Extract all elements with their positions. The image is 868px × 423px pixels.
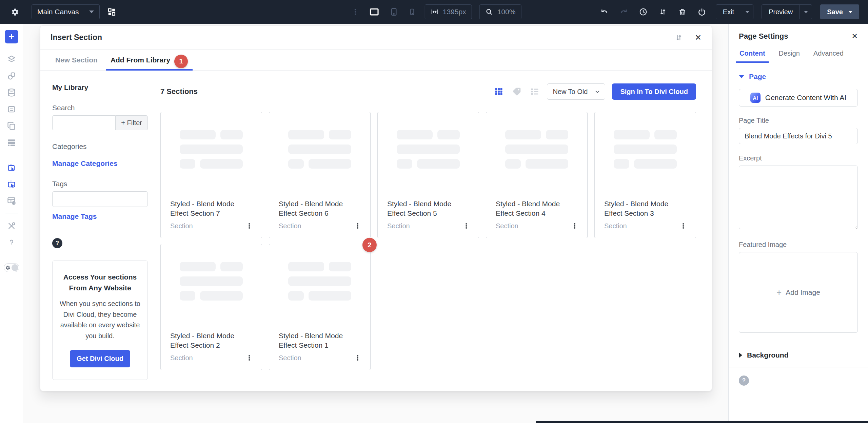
layout-grid-button[interactable] bbox=[106, 6, 117, 18]
rows-icon bbox=[7, 138, 16, 147]
desktop-icon bbox=[369, 7, 379, 17]
layout-settings-button[interactable] bbox=[3, 192, 20, 209]
preview-button[interactable]: Preview bbox=[762, 4, 812, 19]
modal-close-button[interactable]: ✕ bbox=[695, 34, 702, 42]
canvas-zoom-field[interactable]: 100% bbox=[479, 4, 521, 19]
content-rows-button[interactable] bbox=[3, 134, 20, 151]
canvas-selector-dropdown[interactable]: Main Canvas bbox=[32, 4, 100, 19]
list-view-button[interactable] bbox=[529, 86, 540, 97]
tags-input[interactable] bbox=[52, 191, 148, 207]
cursor-box-icon bbox=[7, 179, 16, 189]
tablet-view-button[interactable] bbox=[388, 6, 400, 18]
kebab-vertical-icon bbox=[679, 222, 687, 230]
tab-design[interactable]: Design bbox=[778, 50, 801, 63]
portability-button[interactable] bbox=[696, 6, 708, 18]
step-annotation-badge: 1 bbox=[174, 55, 188, 68]
sections-grid: Styled - Blend Mode Effect Section 7 Sec… bbox=[160, 112, 696, 370]
section-type-label: Section bbox=[170, 354, 193, 362]
library-help-button[interactable]: ? bbox=[52, 238, 62, 248]
page-accordion-label: Page bbox=[749, 73, 766, 81]
save-button[interactable]: Save bbox=[820, 4, 859, 19]
trash-button[interactable] bbox=[677, 6, 688, 18]
panel-close-button[interactable]: ✕ bbox=[852, 33, 858, 40]
builder-settings-gear-button[interactable] bbox=[9, 6, 21, 18]
tag-filter-button[interactable] bbox=[511, 86, 522, 97]
canvas-width-field[interactable]: 1395px bbox=[425, 4, 472, 19]
exit-button[interactable]: Exit bbox=[716, 4, 753, 19]
section-menu-button[interactable] bbox=[353, 353, 362, 362]
filter-button[interactable]: + Filter bbox=[115, 115, 148, 130]
builder-topbar: Main Canvas bbox=[0, 0, 868, 24]
get-divi-cloud-button[interactable]: Get Divi Cloud bbox=[70, 350, 130, 367]
add-image-dropzone[interactable]: + Add Image bbox=[739, 252, 858, 333]
preview-dropdown-toggle[interactable] bbox=[800, 5, 812, 19]
add-element-button[interactable] bbox=[5, 30, 18, 43]
builder-mode-toggle[interactable] bbox=[4, 263, 19, 272]
tab-label: Add From Library bbox=[111, 56, 170, 64]
click-mode-button[interactable] bbox=[3, 159, 20, 176]
section-menu-button[interactable] bbox=[245, 222, 254, 230]
section-type-label: Section bbox=[170, 222, 193, 230]
tab-add-from-library[interactable]: Add From Library 1 bbox=[106, 50, 193, 70]
panel-help-button[interactable]: ? bbox=[739, 376, 749, 386]
modal-sort-button[interactable] bbox=[673, 32, 685, 43]
phone-view-button[interactable] bbox=[407, 7, 417, 17]
section-card[interactable]: 2 Styled - Blend Mode Effect Section 1 S… bbox=[269, 244, 371, 370]
sort-order-select[interactable]: New To Old bbox=[547, 83, 605, 100]
tab-advanced[interactable]: Advanced bbox=[813, 50, 844, 63]
layers-panel-button[interactable] bbox=[3, 51, 20, 68]
generate-content-ai-button[interactable]: AI Generate Content With AI bbox=[739, 89, 858, 107]
section-card[interactable]: Styled - Blend Mode Effect Section 6 Sec… bbox=[269, 112, 371, 238]
section-menu-button[interactable] bbox=[245, 353, 254, 362]
page-title-input[interactable] bbox=[739, 128, 858, 144]
section-card[interactable]: Styled - Blend Mode Effect Section 7 Sec… bbox=[160, 112, 262, 238]
sign-in-divi-cloud-button[interactable]: Sign In To Divi Cloud bbox=[612, 83, 696, 100]
section-menu-button[interactable] bbox=[679, 222, 688, 230]
phone-icon bbox=[409, 8, 416, 16]
background-accordion-toggle[interactable]: Background bbox=[739, 343, 858, 367]
section-title: Styled - Blend Mode Effect Section 4 bbox=[486, 199, 587, 218]
tags-label: Tags bbox=[52, 180, 148, 188]
more-options-button[interactable] bbox=[350, 7, 360, 17]
rail-help-button[interactable] bbox=[3, 234, 20, 251]
page-accordion-toggle[interactable]: Page bbox=[739, 73, 766, 81]
section-menu-button[interactable] bbox=[462, 222, 471, 230]
section-card[interactable]: Styled - Blend Mode Effect Section 5 Sec… bbox=[377, 112, 479, 238]
left-tool-rail bbox=[0, 24, 23, 423]
tab-new-section[interactable]: New Section bbox=[51, 50, 102, 70]
layers-order-button[interactable] bbox=[657, 6, 669, 18]
chevron-down-icon bbox=[804, 11, 808, 13]
keyboard-shortcuts-button[interactable] bbox=[3, 101, 20, 117]
undo-button[interactable] bbox=[599, 6, 610, 18]
add-image-label: Add Image bbox=[786, 288, 820, 296]
section-card[interactable]: Styled - Blend Mode Effect Section 2 Sec… bbox=[160, 244, 262, 370]
tab-content[interactable]: Content bbox=[739, 50, 766, 63]
pages-button[interactable] bbox=[3, 117, 20, 134]
chevron-down-icon bbox=[89, 11, 94, 13]
history-button[interactable] bbox=[637, 6, 649, 18]
layers-icon bbox=[7, 55, 16, 64]
grid-icon bbox=[107, 7, 116, 16]
design-presets-button[interactable] bbox=[3, 68, 20, 84]
exit-dropdown-toggle[interactable] bbox=[741, 5, 753, 19]
save-label: Save bbox=[827, 8, 843, 16]
grid-view-button[interactable] bbox=[493, 86, 504, 97]
manage-categories-link[interactable]: Manage Categories bbox=[52, 159, 118, 168]
plus-icon bbox=[8, 33, 15, 40]
section-card[interactable]: Styled - Blend Mode Effect Section 3 Sec… bbox=[594, 112, 696, 238]
excerpt-label: Excerpt bbox=[739, 154, 858, 162]
section-card[interactable]: Styled - Blend Mode Effect Section 4 Sec… bbox=[486, 112, 588, 238]
grid-view-icon bbox=[494, 87, 504, 96]
library-search-input[interactable] bbox=[52, 115, 115, 130]
desktop-view-button[interactable] bbox=[368, 5, 381, 18]
excerpt-textarea[interactable] bbox=[739, 166, 858, 229]
section-menu-button[interactable] bbox=[570, 222, 579, 230]
section-menu-button[interactable] bbox=[353, 222, 362, 230]
builder-canvas: Insert Section ✕ New Section bbox=[23, 24, 728, 423]
section-title: Styled - Blend Mode Effect Section 7 bbox=[161, 199, 262, 218]
redo-button[interactable] bbox=[618, 6, 629, 18]
manage-tags-link[interactable]: Manage Tags bbox=[52, 212, 97, 220]
database-button[interactable] bbox=[3, 84, 20, 101]
developer-tools-button[interactable] bbox=[3, 217, 20, 234]
hover-mode-button[interactable] bbox=[3, 176, 20, 192]
